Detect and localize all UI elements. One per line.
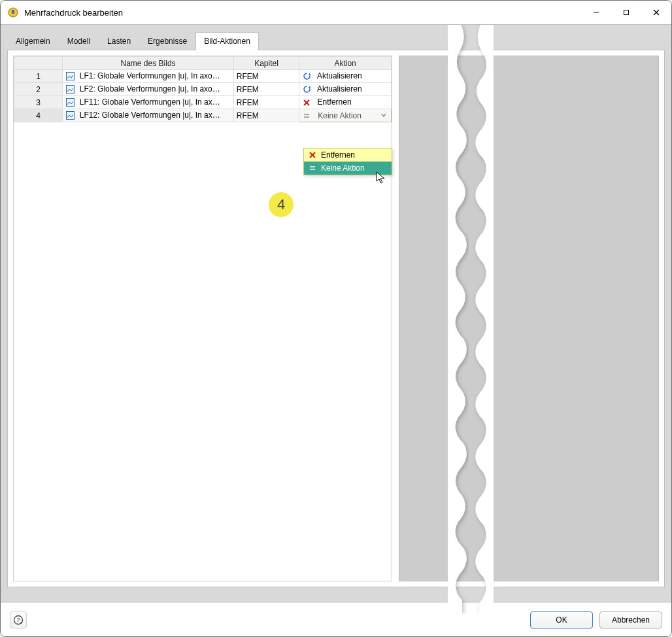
refresh-icon bbox=[302, 72, 311, 81]
image-icon bbox=[65, 72, 75, 81]
maximize-button[interactable] bbox=[611, 2, 641, 23]
row-chapter: RFEM bbox=[233, 96, 299, 109]
chevron-down-icon bbox=[379, 111, 388, 120]
no-action-icon bbox=[308, 164, 317, 173]
preview-pane bbox=[399, 56, 659, 581]
tabstrip: Allgemein Modell Lasten Ergebnisse Bild-… bbox=[7, 32, 665, 50]
svg-rect-10 bbox=[66, 99, 74, 107]
tab-ergebnisse[interactable]: Ergebnisse bbox=[139, 32, 195, 50]
row-number: 2 bbox=[14, 83, 63, 96]
image-icon bbox=[65, 85, 75, 94]
dropdown-value: Keine Aktion bbox=[318, 111, 379, 120]
table-row[interactable]: 2 LF2: Globale Verformungen |u|, In axo…… bbox=[14, 83, 392, 96]
row-name: LF1: Globale Verformungen |u|, In axo… bbox=[80, 71, 220, 80]
row-action: Entfernen bbox=[318, 97, 352, 107]
window-title: Mehrfachdruck bearbeiten bbox=[24, 8, 123, 18]
row-chapter: RFEM bbox=[233, 83, 299, 96]
dialog-footer: ? OK Abbrechen bbox=[1, 602, 671, 636]
image-icon bbox=[65, 98, 75, 107]
remove-icon bbox=[302, 98, 311, 107]
svg-marker-9 bbox=[309, 86, 311, 88]
row-name-cell: LF12: Globale Verformungen |u|, In ax… bbox=[63, 109, 233, 122]
dialog-window: Mehrfachdruck bearbeiten Allgemein Model… bbox=[0, 0, 672, 637]
row-name: LF2: Globale Verformungen |u|, In axo… bbox=[80, 84, 220, 94]
grid-header-action[interactable]: Aktion bbox=[299, 57, 392, 70]
svg-point-23 bbox=[20, 622, 22, 623]
grid-header-name[interactable]: Name des Bilds bbox=[63, 57, 233, 70]
row-number: 3 bbox=[14, 96, 63, 109]
svg-rect-6 bbox=[66, 73, 74, 80]
app-icon bbox=[7, 7, 19, 18]
svg-rect-3 bbox=[624, 10, 629, 15]
close-button[interactable] bbox=[641, 2, 671, 23]
grid-header-row: Name des Bilds Kapitel Aktion bbox=[14, 57, 392, 70]
annotation-badge-text: 4 bbox=[277, 196, 285, 213]
row-number: 4 bbox=[14, 109, 63, 122]
row-action: Aktualisieren bbox=[317, 84, 362, 94]
svg-rect-8 bbox=[66, 86, 74, 94]
annotation-badge: 4 bbox=[269, 192, 294, 217]
row-chapter: RFEM bbox=[233, 109, 299, 122]
refresh-icon bbox=[302, 85, 311, 94]
row-name: LF11: Globale Verformungen |u|, In ax… bbox=[80, 97, 220, 107]
row-name-cell: LF1: Globale Verformungen |u|, In axo… bbox=[63, 70, 233, 83]
dropdown-option-label: Entfernen bbox=[321, 150, 355, 160]
svg-text:?: ? bbox=[16, 617, 20, 623]
dropdown-option-entfernen[interactable]: Entfernen bbox=[304, 148, 392, 162]
svg-rect-13 bbox=[66, 112, 74, 120]
grid-header-chapter[interactable]: Kapitel bbox=[233, 57, 299, 70]
cancel-button[interactable]: Abbrechen bbox=[599, 611, 662, 628]
row-action-cell[interactable]: Entfernen bbox=[299, 96, 392, 109]
table-row[interactable]: 1 LF1: Globale Verformungen |u|, In axo…… bbox=[14, 70, 392, 83]
remove-icon bbox=[308, 150, 317, 160]
row-action-cell[interactable]: Aktualisieren bbox=[299, 83, 392, 96]
client-area: Allgemein Modell Lasten Ergebnisse Bild-… bbox=[1, 24, 671, 602]
tab-panel-bild-aktionen: Name des Bilds Kapitel Aktion 1 bbox=[7, 50, 665, 587]
svg-rect-1 bbox=[12, 10, 14, 14]
action-dropdown-list[interactable]: Entfernen Keine Aktion bbox=[303, 148, 392, 175]
table-row[interactable]: 3 LF11: Globale Verformungen |u|, In ax…… bbox=[14, 96, 392, 109]
titlebar: Mehrfachdruck bearbeiten bbox=[1, 1, 671, 24]
minimize-button[interactable] bbox=[581, 2, 611, 23]
tab-bild-aktionen[interactable]: Bild-Aktionen bbox=[195, 32, 259, 50]
row-action-cell[interactable]: Aktualisieren bbox=[299, 70, 392, 83]
table-row[interactable]: 4 LF12: Globale Verformungen |u|, In ax…… bbox=[14, 109, 392, 122]
ok-button[interactable]: OK bbox=[530, 611, 593, 628]
tab-modell[interactable]: Modell bbox=[59, 32, 99, 50]
image-actions-grid[interactable]: Name des Bilds Kapitel Aktion 1 bbox=[13, 56, 392, 581]
row-name: LF12: Globale Verformungen |u|, In ax… bbox=[80, 111, 220, 120]
tab-lasten[interactable]: Lasten bbox=[99, 32, 139, 50]
no-action-icon bbox=[302, 111, 311, 120]
row-name-cell: LF11: Globale Verformungen |u|, In ax… bbox=[63, 96, 233, 109]
svg-marker-7 bbox=[309, 73, 311, 75]
help-button[interactable]: ? bbox=[10, 611, 27, 628]
row-name-cell: LF2: Globale Verformungen |u|, In axo… bbox=[63, 83, 233, 96]
image-icon bbox=[65, 111, 75, 120]
row-chapter: RFEM bbox=[233, 70, 299, 83]
dropdown-option-label: Keine Aktion bbox=[321, 164, 365, 173]
dropdown-option-keine-aktion[interactable]: Keine Aktion bbox=[304, 162, 392, 175]
grid-header-num[interactable] bbox=[14, 57, 63, 70]
row-action: Aktualisieren bbox=[317, 71, 362, 80]
row-number: 1 bbox=[14, 70, 63, 83]
tab-allgemein[interactable]: Allgemein bbox=[7, 32, 59, 50]
action-dropdown[interactable]: Keine Aktion bbox=[299, 109, 392, 122]
